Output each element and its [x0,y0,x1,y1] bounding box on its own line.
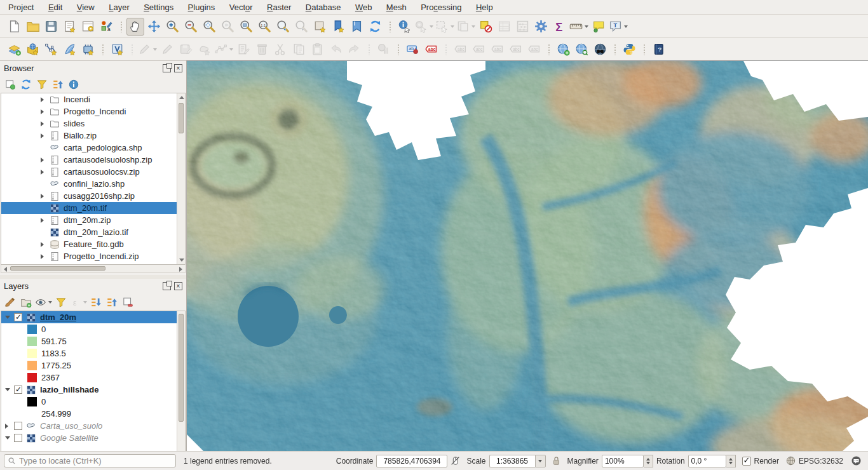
browser-item-biallo-zip[interactable]: Biallo.zip [1,130,185,142]
locator-input[interactable] [19,456,172,466]
collapse-arrow-icon[interactable] [5,436,10,440]
expand-arrow-icon[interactable] [41,170,44,175]
expand-arrow-icon[interactable] [41,194,44,199]
move-label-button[interactable] [488,41,506,58]
menu-web[interactable]: Web [349,1,378,13]
browser-item-progetto-incendi[interactable]: Progetto_Incendi [1,105,185,117]
browser-item-dtm-20m-lazio-tif[interactable]: dtm_20m_lazio.tif [1,226,185,238]
menu-settings[interactable]: Settings [138,1,179,13]
menu-edit[interactable]: Edit [43,1,68,13]
browser-item-slides[interactable]: slides [1,117,185,130]
measure-button[interactable] [569,18,589,36]
magnifier-spinner[interactable] [644,455,653,467]
zoom-full-button[interactable] [200,18,218,36]
expand-arrow-icon[interactable] [41,158,44,163]
scroll-left-icon[interactable] [4,267,7,272]
add-feature-button[interactable] [195,41,213,58]
select-features-button[interactable] [435,18,455,36]
browser-item-feature-fito-gdb[interactable]: Feature_fito.gdb [1,238,185,250]
scale-dropdown-button[interactable] [535,455,546,467]
menu-view[interactable]: View [71,1,100,13]
layer-visibility-checkbox[interactable] [14,434,22,442]
layer-visibility-checkbox[interactable] [14,386,22,394]
rotation-spinner[interactable] [726,455,736,467]
browser-item-progetto-incendi-zip[interactable]: Progetto_Incendi.zip [1,250,185,262]
zoom-next-button[interactable] [292,18,310,36]
new-map-view-button[interactable] [311,18,329,36]
expand-arrow-icon[interactable] [41,121,44,126]
new-bookmark-button[interactable] [329,18,347,36]
browser-float-button[interactable] [163,64,171,72]
scroll-thumb[interactable] [179,314,184,422]
delete-selected-button[interactable] [253,41,271,58]
text-annotation-button[interactable] [608,18,628,36]
run-feature-action-button[interactable] [414,18,434,36]
filter-expression-button[interactable] [69,295,88,310]
vertex-tool-button[interactable] [214,41,234,58]
web-search-button[interactable] [573,41,590,58]
browser-filter-button[interactable] [34,77,50,92]
layer-lazio-hillshade[interactable]: lazio_hillshade [1,384,185,396]
zoom-native-button[interactable] [255,18,273,36]
cut-features-button[interactable] [271,41,289,58]
rotate-label-button[interactable] [506,41,524,58]
expand-arrow-icon[interactable] [41,218,44,223]
style-manager-button[interactable] [97,18,115,36]
zoom-to-layer-button[interactable] [237,18,255,36]
layer-labeling-options-button[interactable] [422,41,440,58]
menu-plugins[interactable]: Plugins [182,1,221,13]
legend-entry-hillshade-254[interactable]: 254.999 [1,408,185,420]
legend-entry-dtm-591[interactable]: 591.75 [1,335,185,347]
scroll-right-icon[interactable] [179,267,182,272]
layer-styling-button[interactable] [3,295,18,310]
new-temporary-scratch-layer-button[interactable] [79,41,97,58]
zoom-out-button[interactable] [182,18,200,36]
spin-up-icon[interactable] [729,458,733,460]
scroll-up-icon[interactable] [179,96,184,99]
layer-visibility-checkbox[interactable] [14,313,22,321]
legend-entry-dtm-1183[interactable]: 1183.5 [1,347,185,359]
data-source-manager-button[interactable] [5,41,23,58]
pan-map-button[interactable] [126,18,144,36]
browser-item-cartausosuolocsv-zip[interactable]: cartausosuolocsv.zip [1,166,185,178]
layer-labeling-button[interactable] [403,41,421,58]
browser-item-dtm-20m-tif[interactable]: dtm_20m.tif [1,202,185,214]
menu-project[interactable]: Project [3,1,39,13]
new-project-button[interactable] [5,18,23,36]
render-checkbox[interactable] [742,457,751,466]
diagram-options-button[interactable] [374,41,392,58]
menu-mesh[interactable]: Mesh [381,1,412,13]
processing-toolbox-button[interactable] [532,18,550,36]
spin-up-icon[interactable] [646,458,650,460]
add-group-button[interactable] [18,295,34,310]
browser-item-cartausodelsuoloshp-zip[interactable]: cartausodelsuoloshp.zip [1,154,185,166]
new-geopackage-layer-button[interactable] [24,41,41,58]
collapse-arrow-icon[interactable] [5,388,10,391]
undo-button[interactable] [327,41,344,58]
legend-entry-dtm-0[interactable]: 0 [1,323,185,335]
zoom-to-selection-button[interactable] [219,18,236,36]
toggle-editing-button[interactable] [158,41,176,58]
browser-vertical-scrollbar[interactable] [177,93,185,264]
browser-horizontal-scrollbar[interactable] [1,265,186,273]
pin-labels-button[interactable] [451,41,469,58]
copy-features-button[interactable] [290,41,308,58]
browser-add-layer-button[interactable] [3,77,18,92]
refresh-map-button[interactable] [366,18,384,36]
layer-dtm-20m[interactable]: dtm_20m [1,311,185,323]
menu-vector[interactable]: Vector [224,1,259,13]
statistical-summary-button[interactable] [513,18,531,36]
expand-arrow-icon[interactable] [41,133,44,138]
layers-vertical-scrollbar[interactable] [177,311,185,451]
magnifier-field[interactable]: 100% [602,455,644,467]
save-layer-edits-button[interactable] [177,41,194,58]
expand-arrow-icon[interactable] [41,242,44,247]
deselect-all-button[interactable] [477,18,494,36]
expand-arrow-icon[interactable] [41,254,44,259]
collapse-arrow-icon[interactable] [5,316,10,319]
browser-item-cusagg2016shp-zip[interactable]: cusagg2016shp.zip [1,190,185,202]
browser-item-dtm-20m-zip[interactable]: dtm_20m.zip [1,214,185,226]
show-bookmarks-button[interactable] [348,18,365,36]
rotation-field[interactable]: 0,0 ° [688,455,726,467]
layers-float-button[interactable] [163,282,171,290]
